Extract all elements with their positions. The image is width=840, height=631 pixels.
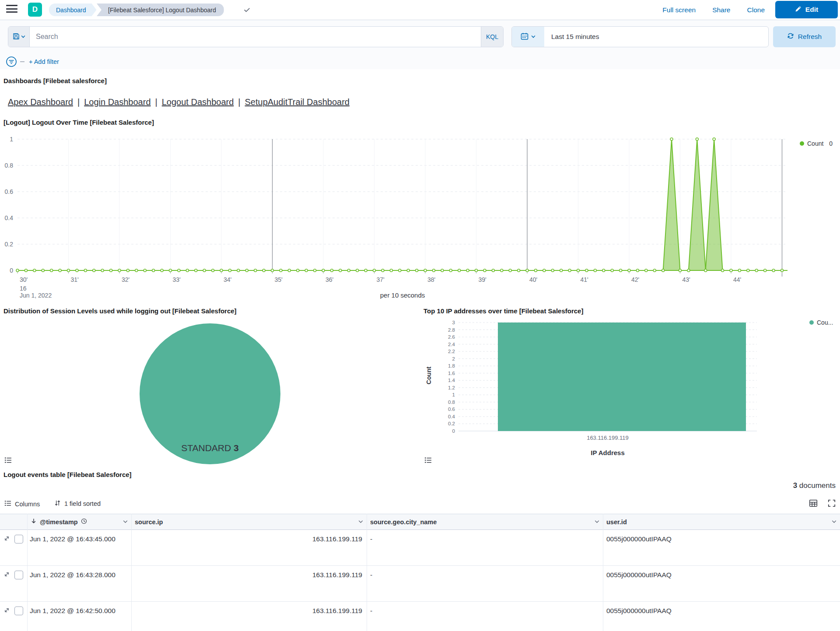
svg-text:2: 2 <box>452 356 455 361</box>
link-separator: | <box>151 97 162 107</box>
chevron-down-icon <box>358 519 363 526</box>
legend-toggle-icon[interactable] <box>4 456 12 464</box>
svg-text:2.2: 2.2 <box>448 349 455 354</box>
row-checkbox[interactable] <box>14 606 23 615</box>
svg-text:31': 31' <box>71 276 79 283</box>
saved-query-button[interactable] <box>8 27 30 47</box>
timestamp-cell: Jun 1, 2022 @ 16:42:50.000 <box>30 607 116 615</box>
bar-xaxis-title: IP Address <box>458 449 757 456</box>
setupaudittrail-dashboard-link[interactable]: SetupAuditTrail Dashboard <box>245 97 350 107</box>
svg-text:35': 35' <box>275 276 283 283</box>
svg-text:1: 1 <box>452 392 455 397</box>
breadcrumb-root[interactable]: Dashboard <box>49 4 97 16</box>
apex-dashboard-link[interactable]: Apex Dashboard <box>8 97 73 107</box>
column-header-city-name[interactable]: source.geo.city_name <box>367 514 603 530</box>
filter-divider <box>20 61 24 62</box>
dashboard-actions: Full screen Share Clone <box>662 0 765 20</box>
svg-text:0.4: 0.4 <box>448 414 455 419</box>
documents-count: 3 documents <box>793 481 836 490</box>
chevron-down-icon <box>531 33 536 40</box>
column-header-user-id[interactable]: user.id <box>603 514 840 530</box>
date-picker-button[interactable] <box>512 27 544 47</box>
filter-options-button[interactable] <box>5 56 18 68</box>
svg-text:40': 40' <box>529 276 537 283</box>
display-options-button[interactable] <box>808 499 818 508</box>
svg-text:34': 34' <box>224 276 231 283</box>
column-header-timestamp[interactable]: @timestamp <box>27 514 131 530</box>
pie-slice-label: STANDARD 3 <box>140 443 280 453</box>
timestamp-cell: Jun 1, 2022 @ 16:43:45.000 <box>30 535 116 543</box>
fullscreen-icon <box>827 499 836 509</box>
add-filter-button[interactable]: + Add filter <box>29 58 59 65</box>
row-checkbox[interactable] <box>14 535 23 543</box>
chevron-down-icon <box>832 519 836 526</box>
search-input[interactable] <box>30 27 481 47</box>
legend-toggle-icon[interactable] <box>424 456 432 464</box>
columns-button[interactable]: Columns <box>4 500 40 508</box>
menu-icon[interactable] <box>6 5 18 14</box>
breadcrumb-current[interactable]: [Filebeat Salesforce] Logout Dashboard <box>97 4 224 16</box>
filter-icon <box>5 62 18 69</box>
sort-fields-button[interactable]: 1 field sorted <box>54 500 101 508</box>
chevron-down-icon <box>21 33 25 40</box>
city-name-cell: - <box>370 535 372 543</box>
sort-desc-icon <box>31 518 37 526</box>
session-levels-title: Distribution of Session Levels used whil… <box>4 307 237 315</box>
expand-row-icon[interactable] <box>4 535 10 542</box>
svg-text:2.6: 2.6 <box>448 334 455 340</box>
grid-fullscreen-button[interactable] <box>827 499 836 508</box>
svg-text:1: 1 <box>10 136 13 143</box>
svg-text:0.2: 0.2 <box>5 241 14 248</box>
logout-dashboard-link[interactable]: Logout Dashboard <box>162 97 234 107</box>
source-ip-cell: 163.116.199.119 <box>131 607 362 615</box>
refresh-button[interactable]: Refresh <box>773 26 836 47</box>
svg-text:1.4: 1.4 <box>448 378 455 383</box>
user-id-cell: 0055j000000utIPAAQ <box>606 607 672 615</box>
svg-text:0.6: 0.6 <box>5 188 14 195</box>
svg-text:16: 16 <box>20 285 27 292</box>
city-name-cell: - <box>370 571 372 579</box>
share-link[interactable]: Share <box>712 6 730 14</box>
logout-events-table-title: Logout events table [Filebeat Salesforce… <box>4 471 132 478</box>
logout-over-time-title: [Logout] Logout Over Time [Filebeat Sale… <box>4 119 154 126</box>
svg-text:33': 33' <box>173 276 181 283</box>
expand-row-icon[interactable] <box>4 571 10 578</box>
time-range-button[interactable]: Last 15 minutes <box>544 27 768 47</box>
markdown-panel-title: Dashboards [Filebeat salesforce] <box>4 77 107 84</box>
user-id-cell: 0055j000000utIPAAQ <box>606 535 672 543</box>
refresh-icon <box>787 32 794 41</box>
area-xaxis-title: per 10 seconds <box>0 291 805 299</box>
full-screen-link[interactable]: Full screen <box>662 6 696 14</box>
chevron-down-icon <box>595 519 599 526</box>
kql-button[interactable]: KQL <box>481 27 503 47</box>
svg-text:0.2: 0.2 <box>448 421 455 426</box>
svg-text:36': 36' <box>326 276 333 283</box>
sort-icon <box>54 500 61 508</box>
saved-check-icon <box>243 6 251 15</box>
edit-button[interactable]: Edit <box>775 1 838 18</box>
bar-yaxis-title: Count <box>425 349 432 402</box>
column-header-source-ip[interactable]: source.ip <box>131 514 367 530</box>
svg-text:43': 43' <box>682 276 690 283</box>
kibana-dashboard-app: D Dashboard [Filebeat Salesforce] Logout… <box>0 0 840 631</box>
login-dashboard-link[interactable]: Login Dashboard <box>84 97 150 107</box>
svg-text:1.6: 1.6 <box>448 371 455 376</box>
svg-text:2.8: 2.8 <box>448 327 455 333</box>
pencil-icon <box>795 6 802 14</box>
city-name-cell: - <box>370 607 372 615</box>
timestamp-cell: Jun 1, 2022 @ 16:43:28.000 <box>30 571 116 579</box>
time-picker: Last 15 minutes <box>511 26 769 47</box>
svg-text:0: 0 <box>10 267 13 274</box>
search-bar: KQL <box>8 26 504 47</box>
clock-icon <box>81 518 87 526</box>
top-ip-bar-chart[interactable]: 00.20.40.60.811.21.41.61.822.22.42.62.83 <box>420 317 840 464</box>
row-checkbox[interactable] <box>14 571 23 579</box>
svg-text:0.8: 0.8 <box>448 400 455 405</box>
svg-text:41': 41' <box>581 276 588 283</box>
logout-over-time-chart[interactable]: 00.20.40.60.8130'31'32'33'34'35'36'37'38… <box>0 134 840 300</box>
expand-row-icon[interactable] <box>4 607 10 614</box>
app-logo[interactable]: D <box>28 3 42 17</box>
svg-text:0.6: 0.6 <box>448 407 455 412</box>
clone-link[interactable]: Clone <box>747 6 765 14</box>
svg-text:1.8: 1.8 <box>448 363 455 368</box>
